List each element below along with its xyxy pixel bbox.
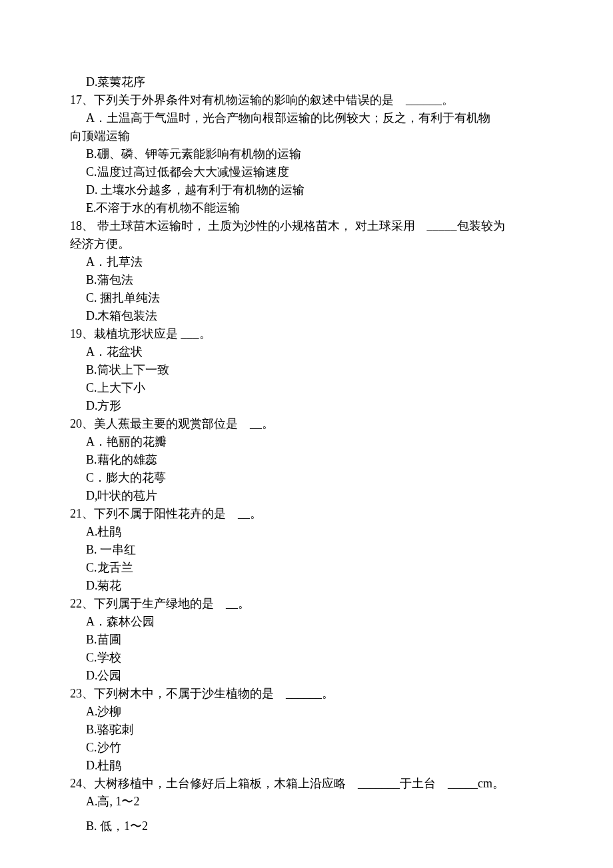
answer-option: C.上大下小 bbox=[70, 379, 556, 397]
answer-option: A．森林公园 bbox=[70, 613, 556, 631]
answer-option: A.沙柳 bbox=[70, 703, 556, 721]
answer-option: A．扎草法 bbox=[70, 253, 556, 271]
answer-option: D.菜荑花序 bbox=[70, 73, 556, 91]
answer-option: C．膨大的花萼 bbox=[70, 469, 556, 487]
answer-option: D.方形 bbox=[70, 397, 556, 415]
answer-option: C. 捆扎单纯法 bbox=[70, 289, 556, 307]
question-line: 23、下列树木中，不属于沙生植物的是 ______。 bbox=[70, 685, 556, 703]
answer-option: E.不溶于水的有机物不能运输 bbox=[70, 199, 556, 217]
answer-option: D.菊花 bbox=[70, 577, 556, 595]
answer-option: C.龙舌兰 bbox=[70, 559, 556, 577]
answer-option: A．花盆状 bbox=[70, 343, 556, 361]
question-line: 向顶端运输 bbox=[70, 127, 556, 145]
document-page: D.菜荑花序17、下列关于外界条件对有机物运输的影响的叙述中错误的是 _____… bbox=[0, 0, 613, 868]
answer-option: B.筒状上下一致 bbox=[70, 361, 556, 379]
question-line: 22、下列属于生产绿地的是 __。 bbox=[70, 595, 556, 613]
answer-option: D.木箱包装法 bbox=[70, 307, 556, 325]
answer-option: A．土温高于气温时，光合产物向根部运输的比例较大；反之，有利于有机物 bbox=[70, 109, 556, 127]
answer-option: D,叶状的苞片 bbox=[70, 487, 556, 505]
answer-option: C.温度过高过低都会大大减慢运输速度 bbox=[70, 163, 556, 181]
question-line: 18、 带土球苗木运输时， 土质为沙性的小规格苗木， 对土球采用 _____包装… bbox=[70, 217, 556, 235]
answer-option: B.骆驼刺 bbox=[70, 721, 556, 739]
answer-option: D.公园 bbox=[70, 667, 556, 685]
answer-option: B. 一串红 bbox=[70, 541, 556, 559]
answer-option: C.学校 bbox=[70, 649, 556, 667]
question-line: 17、下列关于外界条件对有机物运输的影响的叙述中错误的是 ______。 bbox=[70, 91, 556, 109]
answer-option: A．艳丽的花瓣 bbox=[70, 433, 556, 451]
question-line: 24、大树移植中，土台修好后上箱板，木箱上沿应略 _______于土台 ____… bbox=[70, 775, 556, 793]
question-line: 21、下列不属于阳性花卉的是 __。 bbox=[70, 505, 556, 523]
answer-option: B.蒲包法 bbox=[70, 271, 556, 289]
answer-option: B.硼、磷、钾等元素能影响有机物的运输 bbox=[70, 145, 556, 163]
answer-option: B.藉化的雄蕊 bbox=[70, 451, 556, 469]
question-line: 19、栽植坑形状应是 ___。 bbox=[70, 325, 556, 343]
answer-option: D.杜鹃 bbox=[70, 757, 556, 775]
answer-option: A.杜鹃 bbox=[70, 523, 556, 541]
answer-option: B.苗圃 bbox=[70, 631, 556, 649]
question-line: 经济方便。 bbox=[70, 235, 556, 253]
question-line: 20、美人蕉最主要的观赏部位是 __。 bbox=[70, 415, 556, 433]
answer-option: A.高, 1〜2 bbox=[70, 793, 556, 811]
answer-option: B. 低，1〜2 bbox=[70, 817, 556, 835]
answer-option: C.沙竹 bbox=[70, 739, 556, 757]
answer-option: D. 土壤水分越多，越有利于有机物的运输 bbox=[70, 181, 556, 199]
